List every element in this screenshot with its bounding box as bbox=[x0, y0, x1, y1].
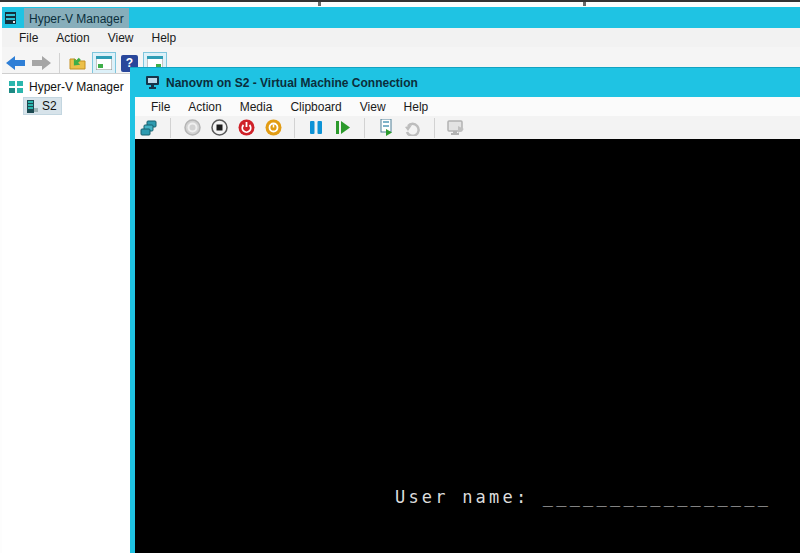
vm-toolbar bbox=[135, 116, 800, 139]
hyperv-titlebar[interactable]: Hyper-V Manager bbox=[2, 7, 800, 28]
vm-menu-file[interactable]: File bbox=[142, 99, 179, 115]
keyboard-keys-icon bbox=[140, 120, 158, 136]
back-button[interactable] bbox=[6, 56, 26, 70]
back-arrow-icon bbox=[6, 56, 26, 70]
folder-arrow-icon bbox=[68, 55, 87, 71]
hyperv-manager-icon bbox=[9, 81, 24, 94]
tree-server-label: S2 bbox=[42, 99, 57, 113]
vm-menu-help[interactable]: Help bbox=[395, 99, 438, 115]
checkpoint-button[interactable] bbox=[377, 119, 395, 137]
reset-button[interactable] bbox=[334, 119, 352, 137]
screen-tick bbox=[318, 2, 321, 6]
menu-view[interactable]: View bbox=[99, 30, 143, 46]
menu-action[interactable]: Action bbox=[47, 30, 98, 46]
console-tree-icon bbox=[96, 56, 112, 70]
reset-icon bbox=[335, 120, 351, 135]
pause-icon bbox=[309, 120, 323, 135]
pause-button[interactable] bbox=[307, 119, 325, 137]
menu-file[interactable]: File bbox=[10, 30, 47, 46]
hyperv-menubar: File Action View Help bbox=[2, 28, 800, 47]
turn-off-button[interactable] bbox=[210, 119, 228, 137]
vm-menu-media[interactable]: Media bbox=[231, 99, 282, 115]
export-button[interactable] bbox=[68, 55, 87, 71]
enhanced-session-button[interactable] bbox=[447, 119, 465, 137]
revert-icon bbox=[404, 120, 422, 136]
vm-connection-window: Nanovm on S2 - Virtual Machine Connectio… bbox=[130, 67, 800, 553]
vm-titlebar[interactable]: Nanovm on S2 - Virtual Machine Connectio… bbox=[130, 68, 800, 97]
forward-arrow-icon bbox=[31, 56, 51, 70]
forward-button[interactable] bbox=[31, 56, 51, 70]
toolbar-separator bbox=[170, 118, 171, 138]
save-button[interactable] bbox=[264, 119, 282, 137]
revert-button[interactable] bbox=[404, 119, 422, 137]
vm-menu-view[interactable]: View bbox=[351, 99, 395, 115]
vm-menubar: File Action Media Clipboard View Help bbox=[135, 97, 800, 116]
tree-item-hyperv-manager[interactable]: Hyper-V Manager bbox=[2, 74, 131, 94]
screen-edge-line bbox=[0, 0, 800, 2]
enhanced-session-icon bbox=[447, 120, 465, 136]
start-button[interactable] bbox=[183, 119, 201, 137]
ctrl-alt-del-button[interactable] bbox=[140, 119, 158, 137]
console-tree-panel: Hyper-V Manager S2 bbox=[2, 73, 131, 553]
vm-window-title: Nanovm on S2 - Virtual Machine Connectio… bbox=[166, 76, 418, 90]
tree-root-label: Hyper-V Manager bbox=[29, 80, 124, 94]
tree-selection: S2 bbox=[23, 97, 62, 115]
show-console-tree-button[interactable] bbox=[92, 52, 116, 74]
screen-tick bbox=[583, 2, 586, 6]
vm-console-screen[interactable]: User name: _________________ Domain: ___… bbox=[135, 139, 800, 553]
shut-down-button[interactable] bbox=[237, 119, 255, 137]
save-icon bbox=[265, 119, 282, 136]
toolbar-separator bbox=[364, 118, 365, 138]
title-highlight: Hyper-V Manager bbox=[24, 8, 129, 28]
console-line-username: User name: _________________ bbox=[395, 483, 771, 511]
vm-menu-action[interactable]: Action bbox=[179, 99, 230, 115]
console-login-prompt: User name: _________________ Domain: ___… bbox=[395, 427, 771, 553]
toolbar-separator bbox=[434, 118, 435, 138]
vm-menu-clipboard[interactable]: Clipboard bbox=[281, 99, 350, 115]
power-icon bbox=[238, 119, 255, 136]
server-icon bbox=[26, 100, 38, 113]
checkpoint-icon bbox=[378, 119, 395, 136]
start-icon bbox=[184, 119, 201, 136]
hyperv-app-icon bbox=[5, 11, 19, 25]
vm-app-icon bbox=[145, 76, 160, 89]
window-title: Hyper-V Manager bbox=[29, 12, 124, 26]
menu-help[interactable]: Help bbox=[143, 30, 186, 46]
toolbar-separator bbox=[294, 118, 295, 138]
toolbar-separator bbox=[59, 53, 60, 73]
stop-icon bbox=[211, 119, 228, 136]
tree-item-s2[interactable]: S2 bbox=[23, 97, 131, 115]
